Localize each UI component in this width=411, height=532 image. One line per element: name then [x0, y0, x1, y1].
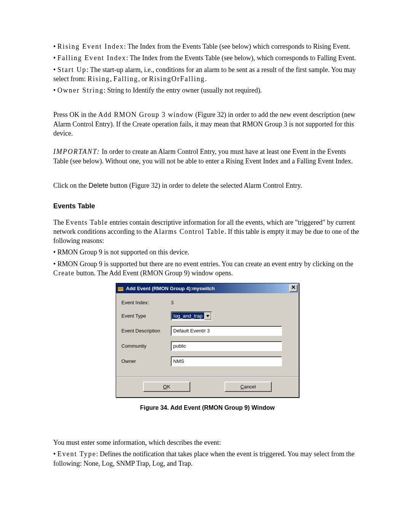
app-icon — [118, 285, 124, 291]
press-ok-paragraph: Press OK in the Add RMON Group 3 window … — [53, 110, 362, 138]
button-row: OK Cancel — [116, 382, 299, 398]
cancel-button[interactable]: Cancel — [225, 382, 272, 392]
delete-paragraph: Click on the Delete button (Figure 32) i… — [53, 181, 362, 190]
bullet-start-up: • Start Up: The start-up alarm, i.e., co… — [53, 65, 362, 84]
important-note: IMPORTANT: In order to create an Alarm C… — [53, 147, 362, 166]
events-table-intro: The Events Table entries contain descrip… — [53, 218, 362, 246]
label-event-index: Event Index: — [121, 299, 171, 306]
events-table-heading: Events Table — [53, 201, 362, 211]
bullet-falling-event-index: • Falling Event Index: The Index from th… — [53, 53, 362, 62]
bullet-rising-event-index: • Rising Event Index: The Index from the… — [53, 42, 362, 51]
svg-rect-2 — [118, 289, 123, 290]
row-event-index: Event Index: 3 — [121, 299, 293, 306]
label-owner: Owner — [121, 358, 171, 365]
svg-rect-1 — [118, 288, 123, 289]
label-event-description: Event Description — [121, 328, 171, 334]
figure-caption: Figure 34. Add Event (RMON Group 9) Wind… — [53, 404, 362, 412]
owner-input[interactable] — [171, 356, 282, 366]
dialog-body: Event Index: 3 Event Type log_and_trap E… — [116, 293, 299, 374]
add-event-dialog: Add Event (RMON Group 4):myswitch Event … — [116, 283, 299, 398]
close-icon — [292, 285, 295, 289]
svg-marker-3 — [206, 315, 209, 317]
event-info-lead: You must enter some information, which d… — [53, 438, 362, 447]
label-community: Community — [121, 343, 171, 350]
row-community: Community — [121, 341, 293, 351]
row-owner: Owner — [121, 356, 293, 366]
ok-button[interactable]: OK — [143, 382, 190, 392]
event-description-input[interactable] — [171, 326, 282, 336]
community-input[interactable] — [171, 341, 282, 351]
bullet-owner-string: • Owner String: String to Identify the e… — [53, 86, 362, 95]
events-bullet-1: • RMON Group 9 is not supported on this … — [53, 248, 362, 257]
row-event-type: Event Type log_and_trap — [121, 312, 293, 321]
event-type-select[interactable]: log_and_trap — [171, 312, 212, 321]
titlebar: Add Event (RMON Group 4):myswitch — [116, 283, 299, 293]
bullet-event-type: • Event Type: Defines the notification t… — [53, 449, 362, 468]
figure-container: Add Event (RMON Group 4):myswitch Event … — [53, 283, 362, 398]
label-event-type: Event Type — [121, 313, 171, 320]
events-bullet-2: • RMON Group 9 is supported but there ar… — [53, 259, 362, 278]
row-event-description: Event Description — [121, 326, 293, 336]
document-page: • Rising Event Index: The Index from the… — [0, 0, 411, 532]
event-type-selected: log_and_trap — [172, 312, 204, 319]
chevron-down-icon — [204, 312, 211, 320]
close-button[interactable] — [289, 284, 298, 292]
dialog-title: Add Event (RMON Group 4):myswitch — [126, 285, 215, 292]
value-event-index: 3 — [171, 299, 174, 306]
separator — [116, 376, 299, 377]
